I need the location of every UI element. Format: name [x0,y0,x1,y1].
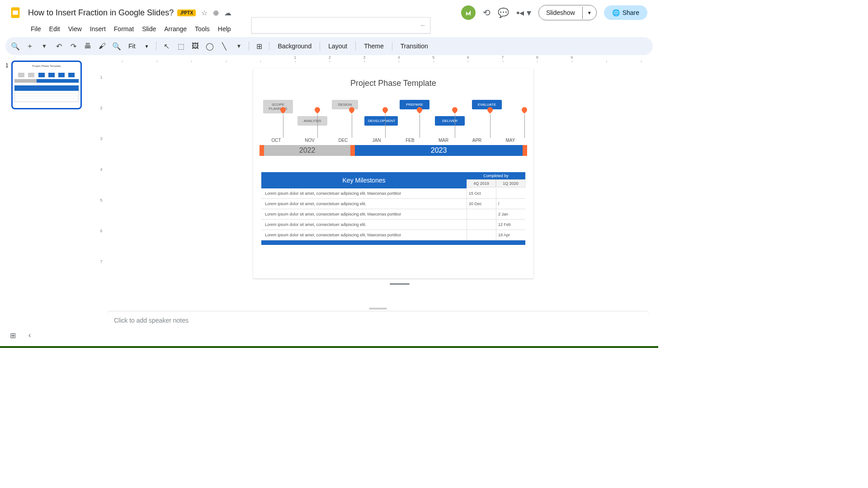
milestone-c2 [496,188,525,198]
print-button[interactable]: 🖶 [81,40,94,52]
line-tool[interactable]: ╲ [218,40,231,52]
milestone-c1 [467,209,496,219]
milestone-desc: Lorem ipsum dolor sit amet, consectetuer… [261,230,467,240]
month-mar: MAR [427,138,460,143]
menu-view[interactable]: View [65,23,85,34]
marker-line-7 [524,114,525,138]
background-button[interactable]: Background [273,41,316,52]
slide-title[interactable]: Project Phase Template [253,79,533,88]
slide-thumbnail-1[interactable]: Project Phase Template [11,61,82,109]
slideshow-dropdown[interactable]: ▼ [582,7,596,19]
globe-icon: 🌐 [612,9,620,16]
marker-line-3 [385,114,386,138]
floating-preview: ← [251,17,430,33]
menu-help[interactable]: Help [214,23,235,34]
quarter-1: 4Q 2019 [467,179,496,188]
phase-development[interactable]: DEVELOPMENT [364,116,398,126]
month-jan: JAN [360,138,393,143]
menu-file[interactable]: File [27,23,45,34]
milestone-desc: Lorem ipsum dolor sit amet, consectetuer… [261,209,467,219]
slide-resize-handle[interactable] [390,283,410,285]
milestone-c1: 20 Dec [467,199,496,209]
theme-button[interactable]: Theme [359,41,388,52]
cloud-icon[interactable]: ☁ [224,9,231,17]
notes-resize-handle[interactable] [369,308,387,310]
completed-by-label: Completed by [467,172,525,179]
menu-format[interactable]: Format [110,23,137,34]
phase-prepare[interactable]: PREPARE [400,100,429,109]
speaker-notes-placeholder: Click to add speaker notes [114,317,189,324]
new-slide-button[interactable]: ＋ [24,40,36,52]
slide-number: 1 [5,61,9,109]
grid-view-icon[interactable]: ⊞ [7,328,19,343]
comment-tool[interactable]: ⊞ [253,40,265,52]
new-slide-dropdown[interactable]: ▼ [38,40,51,52]
marker-line-6 [490,114,491,138]
share-button[interactable]: 🌐 Share [604,5,647,20]
milestone-desc: Lorem ipsum dolor sit amet, consectetuer… [261,188,467,198]
milestone-row-2: Lorem ipsum dolor sit amet, consectetuer… [261,209,525,220]
undo-button[interactable]: ↶ [52,40,65,52]
paint-format-button[interactable]: 🖌 [96,40,108,52]
milestone-c2: 12 Feb [496,220,525,230]
marker-line-0 [283,114,283,138]
transition-button[interactable]: Transition [396,41,433,52]
document-title[interactable]: How to Insert Fraction in Google Slides? [28,8,174,18]
slideshow-label[interactable]: Slideshow [539,5,582,20]
milestone-c2: / [496,199,525,209]
phase-analysis[interactable]: ANALYSIS [297,116,327,126]
slide-canvas[interactable]: Project Phase Template SCOPE PLANNINGANA… [253,69,533,278]
toolbar: 🔍 ＋ ▼ ↶ ↷ 🖶 🖌 🔍 Fit ▼ ↖ ⬚ 🖼 ◯ ╲ ▼ ⊞ Back… [5,37,653,55]
milestone-c2: 2 Jan [496,209,525,219]
video-icon[interactable]: ▪◂ ▾ [516,7,531,18]
textbox-tool[interactable]: ⬚ [175,40,187,52]
comment-icon[interactable]: 💬 [498,7,509,18]
month-feb: FEB [393,138,427,143]
star-icon[interactable]: ☆ [201,9,208,17]
select-tool[interactable]: ↖ [160,40,173,52]
milestone-row-0: Lorem ipsum dolor sit amet, consectetuer… [261,188,525,199]
layout-button[interactable]: Layout [324,41,352,52]
avatar[interactable] [461,5,476,20]
collapse-filmstrip-icon[interactable]: ‹ [26,328,33,343]
milestone-desc: Lorem ipsum dolor sit amet, consectetuer… [261,220,467,230]
menu-edit[interactable]: Edit [46,23,64,34]
milestone-row-3: Lorem ipsum dolor sit amet, consectetuer… [261,220,525,230]
history-icon[interactable]: ⟲ [483,7,491,18]
menu-arrange[interactable]: Arrange [160,23,190,34]
phase-evaluate[interactable]: EVALUATE [472,100,502,109]
zoom-icon[interactable]: 🔍 [110,40,123,52]
milestone-header: Key Milestones [261,172,467,188]
speaker-notes[interactable]: Click to add speaker notes [107,311,649,329]
filmstrip: 1 Project Phase Template [0,55,90,322]
share-label: Share [623,9,639,16]
line-dropdown[interactable]: ▼ [232,40,245,52]
phase-deliver[interactable]: DELIVER [435,116,465,126]
slides-logo[interactable] [7,5,24,21]
milestone-row-4: Lorem ipsum dolor sit amet, consectetuer… [261,230,525,240]
timeline-section: SCOPE PLANNINGANALYSISDESIGNDEVELOPMENTP… [259,93,527,156]
zoom-select[interactable]: Fit ▼ [125,42,152,51]
phase-scope-planning[interactable]: SCOPE PLANNING [263,100,293,113]
milestone-c1 [467,220,496,230]
menu-tools[interactable]: Tools [191,23,213,34]
bottom-green-bar [0,346,658,348]
redo-button[interactable]: ↷ [67,40,80,52]
marker-line-2 [352,114,352,138]
image-tool[interactable]: 🖼 [189,40,202,52]
quarter-2: 1Q 2020 [496,179,525,188]
marker-line-1 [317,114,318,138]
search-icon[interactable]: 🔍 [9,40,22,52]
marker-line-5 [455,114,455,138]
preview-arrow-icon: ← [420,22,426,29]
menu-insert[interactable]: Insert [86,23,109,34]
chevron-down-icon: ▼ [145,44,149,49]
month-dec: DEC [326,138,360,143]
move-icon[interactable]: ⊕ [213,9,219,17]
shape-tool[interactable]: ◯ [203,40,216,52]
slideshow-button[interactable]: Slideshow ▼ [538,5,597,20]
menu-slide[interactable]: Slide [138,23,160,34]
month-nov: NOV [293,138,326,143]
month-may: MAY [494,138,527,143]
slide-thumb-wrap: 1 Project Phase Template [2,59,89,111]
